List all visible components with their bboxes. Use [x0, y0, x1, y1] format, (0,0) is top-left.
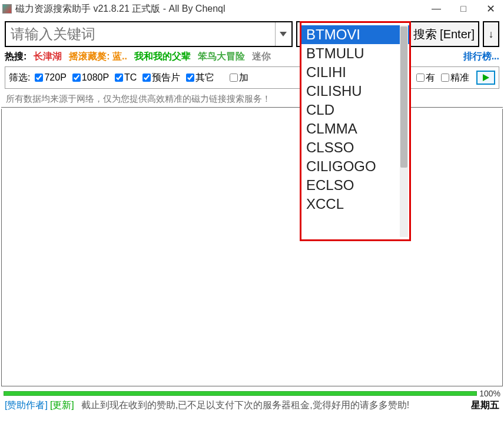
filter-label: 筛选:: [9, 72, 30, 84]
results-area: [1, 109, 503, 386]
minimize-button[interactable]: —: [423, 0, 450, 18]
dropdown-item[interactable]: CLD: [301, 101, 409, 119]
search-history-dropdown[interactable]: [275, 22, 291, 46]
chevron-down-icon: [280, 32, 287, 36]
next-source-button[interactable]: ↓: [483, 21, 499, 47]
search-input-wrap: [5, 21, 293, 47]
search-toolbar: BTMOVI 搜索 [Enter] ↓: [0, 18, 504, 49]
hot-item-3[interactable]: 我和我的父辈: [134, 51, 191, 63]
sponsor-link[interactable]: [赞助作者]: [5, 399, 48, 412]
info-text: 所有数据均来源于网络，仅为您提供高效精准的磁力链接搜索服务！: [1, 90, 503, 108]
dropdown-item[interactable]: XCCL: [301, 195, 409, 214]
filter-precise[interactable]: 精准: [440, 72, 470, 84]
play-icon: [482, 74, 490, 82]
progress-row: 100%: [0, 388, 504, 398]
hot-item-2[interactable]: 摇滚藏獒: 蓝..: [69, 51, 127, 63]
close-button[interactable]: ✕: [477, 0, 504, 18]
hot-item-1[interactable]: 长津湖: [34, 51, 62, 63]
status-bar: [赞助作者] [更新] 截止到现在收到的赞助,已不足以支付下次的服务器租金,觉得…: [0, 398, 504, 414]
hot-search-row: 热搜: 长津湖 摇滚藏獒: 蓝.. 我和我的父辈 笨鸟大冒险 迷你 排行榜...: [0, 49, 504, 65]
search-input[interactable]: [6, 25, 275, 44]
dropdown-item[interactable]: CILIHI: [301, 63, 409, 82]
scrollbar-thumb[interactable]: [400, 26, 407, 168]
source-dropdown-highlight: BTMOVI BTMULU CILIHI CILISHU CLD CLMMA C…: [300, 21, 411, 241]
filter-trailer[interactable]: 预告片: [141, 72, 181, 84]
filter-append[interactable]: 加: [228, 72, 250, 84]
dropdown-item[interactable]: CILIGOGO: [301, 157, 409, 176]
filter-row: 筛选: 720P 1080P TC 预告片 其它 加 有 精准: [5, 66, 499, 89]
hot-label: 热搜:: [5, 51, 26, 63]
hot-item-4[interactable]: 笨鸟大冒险: [198, 51, 245, 63]
filter-tc[interactable]: TC: [114, 72, 138, 83]
dropdown-item[interactable]: BTMULU: [301, 44, 409, 63]
dropdown-scrollbar[interactable]: [400, 25, 408, 237]
source-dropdown-list: BTMOVI BTMULU CILIHI CILISHU CLD CLMMA C…: [301, 23, 409, 239]
status-day: 星期五: [471, 399, 499, 412]
play-button[interactable]: [476, 71, 495, 85]
titlebar: 磁力资源搜索助手 v21.8.21 正式版 - All By Chenql — …: [0, 0, 504, 18]
progress-bar: [4, 391, 477, 396]
dropdown-item[interactable]: ECLSO: [301, 176, 409, 195]
ranking-link[interactable]: 排行榜...: [463, 51, 499, 63]
filter-other[interactable]: 其它: [185, 72, 215, 84]
dropdown-item[interactable]: CLSSO: [301, 138, 409, 157]
status-message: 截止到现在收到的赞助,已不足以支付下次的服务器租金,觉得好用的请多多赞助!: [81, 399, 469, 412]
svg-marker-0: [280, 32, 287, 36]
filter-has[interactable]: 有: [415, 72, 436, 84]
filter-720p[interactable]: 720P: [34, 72, 67, 83]
app-icon: [2, 4, 12, 14]
maximize-button[interactable]: □: [450, 0, 477, 18]
progress-percent: 100%: [479, 389, 500, 398]
dropdown-item[interactable]: BTMOVI: [301, 25, 409, 44]
dropdown-item[interactable]: CILISHU: [301, 82, 409, 101]
svg-marker-2: [483, 74, 489, 81]
filter-1080p[interactable]: 1080P: [71, 72, 110, 83]
hot-item-5[interactable]: 迷你: [252, 51, 271, 63]
window-title: 磁力资源搜索助手 v21.8.21 正式版 - All By Chenql: [15, 3, 423, 15]
dropdown-item[interactable]: CLMMA: [301, 119, 409, 138]
update-link[interactable]: [更新]: [50, 399, 74, 412]
search-button[interactable]: 搜索 [Enter]: [409, 21, 479, 47]
